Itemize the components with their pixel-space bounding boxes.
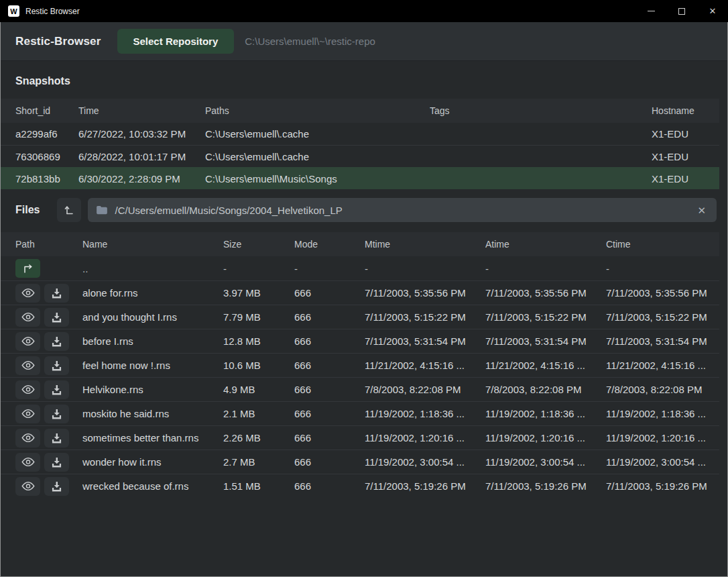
file-size: 12.8 MB [223, 335, 294, 347]
files-table-header: Path Name Size Mode Mtime Atime Ctime [1, 232, 719, 256]
current-path-field[interactable]: /C/Users/emuell/Music/Songs/2004_Helveti… [88, 198, 717, 222]
download-file-button[interactable] [44, 284, 69, 303]
download-file-button[interactable] [44, 405, 69, 423]
column-header-mode: Mode [294, 239, 365, 250]
file-mtime: 7/11/2003, 5:15:22 PM [365, 311, 485, 323]
titlebar: W Restic Browser ✕ [0, 0, 728, 22]
file-atime: 11/19/2002, 3:00:54 ... [485, 456, 606, 468]
eye-icon [21, 360, 35, 370]
file-size: 4.9 MB [223, 384, 294, 395]
close-button[interactable]: ✕ [697, 0, 728, 22]
repository-path: C:\Users\emuell\~\restic-repo [245, 36, 375, 47]
download-file-button[interactable] [44, 429, 69, 448]
file-ctime: 11/19/2002, 3:00:54 ... [606, 456, 719, 468]
eye-icon [21, 409, 35, 419]
download-icon [51, 481, 62, 492]
file-atime: 7/11/2003, 5:15:22 PM [485, 311, 606, 323]
download-file-button[interactable] [44, 356, 69, 375]
file-mode: 666 [294, 384, 365, 395]
preview-file-button[interactable] [15, 453, 40, 472]
snapshot-paths: C:\Users\emuell\.cache [205, 128, 430, 140]
parent-directory-row: .. - - - - - [1, 256, 719, 280]
download-file-button[interactable] [44, 453, 69, 472]
snapshot-hostname: X1-EDU [652, 173, 719, 185]
folder-icon [96, 205, 108, 215]
maximize-button[interactable] [666, 0, 697, 22]
file-size: 7.79 MB [223, 311, 294, 323]
minimize-icon [648, 11, 655, 11]
preview-file-button[interactable] [15, 308, 40, 327]
file-size: 3.97 MB [223, 287, 294, 299]
download-file-button[interactable] [44, 477, 69, 496]
download-file-button[interactable] [44, 380, 69, 399]
column-header-mtime: Mtime [365, 239, 485, 250]
file-row: wonder how it.rns 2.7 MB 666 11/19/2002,… [1, 450, 719, 474]
preview-file-button[interactable] [15, 284, 40, 303]
maximize-icon [678, 8, 685, 15]
open-parent-directory-button[interactable] [15, 259, 40, 278]
file-row-actions [15, 284, 82, 303]
file-mtime: 7/11/2003, 5:19:26 PM [365, 480, 485, 492]
current-path-text: /C/Users/emuell/Music/Songs/2004_Helveti… [115, 205, 694, 216]
column-header-ctime: Ctime [606, 239, 719, 250]
go-to-parent-button[interactable] [57, 198, 81, 222]
preview-file-button[interactable] [15, 332, 40, 351]
file-ctime: 7/11/2003, 5:15:22 PM [606, 311, 719, 323]
preview-file-button[interactable] [15, 477, 40, 496]
file-mtime: 7/11/2003, 5:31:54 PM [365, 335, 485, 347]
snapshot-short-id: 72b813bb [15, 173, 78, 185]
file-ctime: 7/11/2003, 5:19:26 PM [606, 480, 719, 492]
download-file-button[interactable] [44, 332, 69, 351]
clear-path-button[interactable]: ✕ [694, 204, 709, 217]
file-mode: - [294, 263, 365, 274]
snapshots-section-title: Snapshots [1, 61, 727, 99]
file-row: alone for.rns 3.97 MB 666 7/11/2003, 5:3… [1, 280, 719, 305]
snapshot-short-id: 76306869 [15, 151, 78, 162]
download-file-button[interactable] [44, 308, 69, 327]
preview-file-button[interactable] [15, 356, 40, 375]
preview-file-button[interactable] [15, 405, 40, 423]
file-mode: 666 [294, 480, 365, 492]
file-row-actions [15, 259, 82, 278]
snapshot-row[interactable]: 72b813bb 6/30/2022, 2:28:09 PM C:\Users\… [1, 167, 719, 189]
file-row: wrecked because of.rns 1.51 MB 666 7/11/… [1, 474, 719, 498]
file-mtime: 7/8/2003, 8:22:08 PM [365, 384, 485, 395]
download-icon [51, 457, 62, 468]
clear-x-icon: ✕ [697, 205, 706, 216]
file-ctime: 7/11/2003, 5:35:56 PM [606, 287, 719, 299]
file-ctime: 7/11/2003, 5:31:54 PM [606, 335, 719, 347]
file-size: 2.7 MB [223, 456, 294, 468]
download-icon [51, 409, 62, 419]
files-table-body: .. - - - - - [1, 256, 719, 498]
minimize-button[interactable] [635, 0, 666, 22]
preview-file-button[interactable] [15, 380, 40, 399]
file-name: Helvikone.rns [82, 384, 223, 395]
select-repository-button[interactable]: Select Repository [117, 29, 235, 54]
snapshot-hostname: X1-EDU [652, 151, 719, 162]
file-atime: 7/11/2003, 5:19:26 PM [485, 480, 606, 492]
snapshot-row[interactable]: a2299af6 6/27/2022, 10:03:32 PM C:\Users… [1, 123, 719, 145]
file-mtime: 11/19/2002, 1:18:36 ... [365, 408, 485, 419]
snapshot-row[interactable]: 76306869 6/28/2022, 10:01:17 PM C:\Users… [1, 145, 719, 167]
download-icon [51, 433, 62, 443]
snapshot-short-id: a2299af6 [15, 128, 78, 140]
file-name: wonder how it.rns [82, 456, 223, 468]
column-header-size: Size [223, 239, 294, 250]
file-atime: 7/8/2003, 8:22:08 PM [485, 384, 606, 395]
snapshot-hostname: X1-EDU [652, 128, 719, 140]
download-icon [51, 288, 62, 299]
column-header-hostname: Hostname [652, 105, 719, 116]
file-mode: 666 [294, 335, 365, 347]
file-row-actions [15, 332, 82, 351]
eye-icon [21, 288, 35, 298]
snapshot-time: 6/28/2022, 10:01:17 PM [78, 151, 205, 162]
file-row-actions [15, 453, 82, 472]
file-mode: 666 [294, 287, 365, 299]
parent-directory-label: .. [82, 263, 223, 274]
file-row-actions [15, 477, 82, 496]
file-row: sometimes better than.rns 2.26 MB 666 11… [1, 425, 719, 450]
preview-file-button[interactable] [15, 429, 40, 448]
file-atime: 7/11/2003, 5:31:54 PM [485, 335, 606, 347]
file-mode: 666 [294, 432, 365, 443]
close-icon: ✕ [709, 7, 717, 15]
